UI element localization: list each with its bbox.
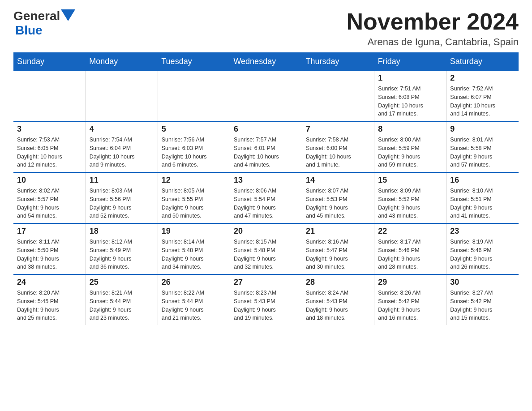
day-info: Sunrise: 8:11 AMSunset: 5:50 PMDaylight:… — [17, 238, 82, 271]
day-info: Sunrise: 8:07 AMSunset: 5:53 PMDaylight:… — [306, 187, 370, 220]
day-number: 27 — [234, 278, 298, 287]
day-info: Sunrise: 8:03 AMSunset: 5:56 PMDaylight:… — [90, 187, 154, 220]
day-info: Sunrise: 8:20 AMSunset: 5:45 PMDaylight:… — [17, 289, 82, 322]
day-number: 3 — [17, 124, 82, 134]
calendar-cell: 23Sunrise: 8:19 AMSunset: 5:46 PMDayligh… — [446, 223, 519, 274]
calendar-cell: 11Sunrise: 8:03 AMSunset: 5:56 PMDayligh… — [86, 172, 158, 223]
calendar-cell — [158, 71, 230, 121]
day-info: Sunrise: 8:24 AMSunset: 5:43 PMDaylight:… — [306, 289, 370, 322]
day-number: 1 — [378, 73, 442, 83]
day-number: 26 — [162, 278, 226, 287]
day-info: Sunrise: 7:57 AMSunset: 6:01 PMDaylight:… — [234, 136, 298, 169]
calendar-cell: 30Sunrise: 8:27 AMSunset: 5:42 PMDayligh… — [446, 274, 519, 325]
day-number: 13 — [234, 176, 298, 185]
day-number: 20 — [234, 227, 298, 236]
day-info: Sunrise: 8:22 AMSunset: 5:44 PMDaylight:… — [162, 289, 226, 322]
day-number: 11 — [90, 176, 154, 185]
logo-blue-text: Blue — [15, 23, 43, 37]
day-number: 2 — [450, 73, 515, 83]
calendar-cell: 29Sunrise: 8:26 AMSunset: 5:42 PMDayligh… — [374, 274, 446, 325]
calendar-cell: 3Sunrise: 7:53 AMSunset: 6:05 PMDaylight… — [13, 121, 86, 172]
page-header: General Blue November 2024 Arenas de Igu… — [13, 9, 519, 48]
weekday-header-monday: Monday — [86, 52, 158, 71]
day-info: Sunrise: 8:26 AMSunset: 5:42 PMDaylight:… — [378, 289, 442, 322]
calendar-cell: 22Sunrise: 8:17 AMSunset: 5:46 PMDayligh… — [374, 223, 446, 274]
day-number: 12 — [162, 176, 226, 185]
day-info: Sunrise: 8:09 AMSunset: 5:52 PMDaylight:… — [378, 187, 442, 220]
calendar-cell: 6Sunrise: 7:57 AMSunset: 6:01 PMDaylight… — [230, 121, 302, 172]
day-info: Sunrise: 7:52 AMSunset: 6:07 PMDaylight:… — [450, 85, 515, 118]
calendar-cell: 18Sunrise: 8:12 AMSunset: 5:49 PMDayligh… — [86, 223, 158, 274]
day-info: Sunrise: 7:51 AMSunset: 6:08 PMDaylight:… — [378, 85, 442, 118]
calendar-cell — [302, 71, 374, 121]
day-info: Sunrise: 8:05 AMSunset: 5:55 PMDaylight:… — [162, 187, 226, 220]
day-number: 9 — [450, 124, 515, 134]
calendar-cell — [86, 71, 158, 121]
day-info: Sunrise: 8:19 AMSunset: 5:46 PMDaylight:… — [450, 238, 515, 271]
day-number: 28 — [306, 278, 370, 287]
calendar-cell: 4Sunrise: 7:54 AMSunset: 6:04 PMDaylight… — [86, 121, 158, 172]
day-number: 24 — [17, 278, 82, 287]
day-number: 23 — [450, 227, 515, 236]
logo-flag-icon — [61, 9, 75, 21]
day-number: 21 — [306, 227, 370, 236]
day-info: Sunrise: 8:27 AMSunset: 5:42 PMDaylight:… — [450, 289, 515, 322]
weekday-header-thursday: Thursday — [302, 52, 374, 71]
location-subtitle: Arenas de Iguna, Cantabria, Spain — [347, 36, 519, 48]
weekday-header-saturday: Saturday — [446, 52, 519, 71]
calendar-cell: 20Sunrise: 8:15 AMSunset: 5:48 PMDayligh… — [230, 223, 302, 274]
day-number: 16 — [450, 176, 515, 185]
calendar-cell: 7Sunrise: 7:58 AMSunset: 6:00 PMDaylight… — [302, 121, 374, 172]
weekday-header-row: SundayMondayTuesdayWednesdayThursdayFrid… — [13, 52, 519, 71]
calendar-cell — [230, 71, 302, 121]
calendar-cell: 28Sunrise: 8:24 AMSunset: 5:43 PMDayligh… — [302, 274, 374, 325]
day-info: Sunrise: 7:54 AMSunset: 6:04 PMDaylight:… — [90, 136, 154, 169]
day-number: 7 — [306, 124, 370, 134]
calendar-cell — [13, 71, 86, 121]
day-info: Sunrise: 8:12 AMSunset: 5:49 PMDaylight:… — [90, 238, 154, 271]
day-info: Sunrise: 8:16 AMSunset: 5:47 PMDaylight:… — [306, 238, 370, 271]
calendar-cell: 27Sunrise: 8:23 AMSunset: 5:43 PMDayligh… — [230, 274, 302, 325]
day-number: 14 — [306, 176, 370, 185]
day-number: 19 — [162, 227, 226, 236]
day-number: 5 — [162, 124, 226, 134]
day-number: 4 — [90, 124, 154, 134]
calendar-week-row: 3Sunrise: 7:53 AMSunset: 6:05 PMDaylight… — [13, 121, 519, 172]
day-number: 10 — [17, 176, 82, 185]
calendar-week-row: 1Sunrise: 7:51 AMSunset: 6:08 PMDaylight… — [13, 71, 519, 121]
day-number: 6 — [234, 124, 298, 134]
day-number: 30 — [450, 278, 515, 287]
day-info: Sunrise: 8:10 AMSunset: 5:51 PMDaylight:… — [450, 187, 515, 220]
calendar-cell: 26Sunrise: 8:22 AMSunset: 5:44 PMDayligh… — [158, 274, 230, 325]
calendar-table: SundayMondayTuesdayWednesdayThursdayFrid… — [13, 52, 519, 325]
svg-marker-0 — [61, 9, 75, 21]
day-number: 22 — [378, 227, 442, 236]
day-info: Sunrise: 8:21 AMSunset: 5:44 PMDaylight:… — [90, 289, 154, 322]
day-info: Sunrise: 8:17 AMSunset: 5:46 PMDaylight:… — [378, 238, 442, 271]
day-number: 18 — [90, 227, 154, 236]
day-info: Sunrise: 8:15 AMSunset: 5:48 PMDaylight:… — [234, 238, 298, 271]
calendar-cell: 2Sunrise: 7:52 AMSunset: 6:07 PMDaylight… — [446, 71, 519, 121]
calendar-cell: 5Sunrise: 7:56 AMSunset: 6:03 PMDaylight… — [158, 121, 230, 172]
calendar-cell: 16Sunrise: 8:10 AMSunset: 5:51 PMDayligh… — [446, 172, 519, 223]
calendar-cell: 24Sunrise: 8:20 AMSunset: 5:45 PMDayligh… — [13, 274, 86, 325]
weekday-header-sunday: Sunday — [13, 52, 86, 71]
calendar-cell: 25Sunrise: 8:21 AMSunset: 5:44 PMDayligh… — [86, 274, 158, 325]
day-info: Sunrise: 7:58 AMSunset: 6:00 PMDaylight:… — [306, 136, 370, 169]
day-number: 29 — [378, 278, 442, 287]
calendar-cell: 1Sunrise: 7:51 AMSunset: 6:08 PMDaylight… — [374, 71, 446, 121]
month-title: November 2024 — [347, 9, 519, 34]
calendar-week-row: 17Sunrise: 8:11 AMSunset: 5:50 PMDayligh… — [13, 223, 519, 274]
day-info: Sunrise: 7:56 AMSunset: 6:03 PMDaylight:… — [162, 136, 226, 169]
calendar-cell: 14Sunrise: 8:07 AMSunset: 5:53 PMDayligh… — [302, 172, 374, 223]
weekday-header-tuesday: Tuesday — [158, 52, 230, 71]
day-info: Sunrise: 7:53 AMSunset: 6:05 PMDaylight:… — [17, 136, 82, 169]
calendar-cell: 13Sunrise: 8:06 AMSunset: 5:54 PMDayligh… — [230, 172, 302, 223]
day-number: 25 — [90, 278, 154, 287]
calendar-week-row: 10Sunrise: 8:02 AMSunset: 5:57 PMDayligh… — [13, 172, 519, 223]
day-info: Sunrise: 8:01 AMSunset: 5:58 PMDaylight:… — [450, 136, 515, 169]
day-info: Sunrise: 8:02 AMSunset: 5:57 PMDaylight:… — [17, 187, 82, 220]
calendar-week-row: 24Sunrise: 8:20 AMSunset: 5:45 PMDayligh… — [13, 274, 519, 325]
logo: General Blue — [13, 9, 75, 38]
calendar-cell: 12Sunrise: 8:05 AMSunset: 5:55 PMDayligh… — [158, 172, 230, 223]
